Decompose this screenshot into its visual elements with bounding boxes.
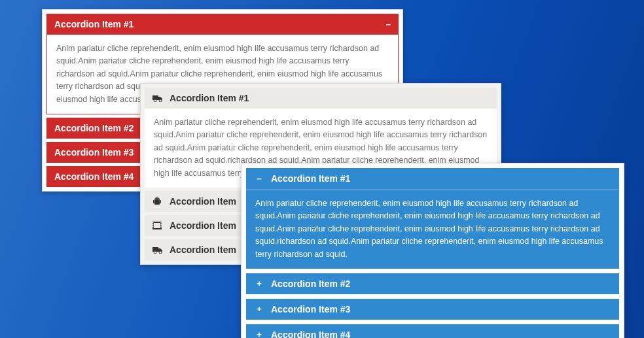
accordion-header-1[interactable]: Accordion Item #1 [145, 88, 497, 109]
svg-point-17 [159, 251, 162, 254]
minus-icon: − [385, 20, 391, 29]
svg-rect-14 [161, 226, 162, 228]
svg-rect-4 [160, 200, 162, 203]
accordion-title: Accordion Item #2 [271, 279, 611, 289]
svg-rect-8 [154, 223, 160, 228]
svg-rect-10 [152, 224, 154, 226]
svg-point-1 [154, 99, 156, 102]
truck-icon [152, 94, 163, 102]
accordion-title: Accordion Item #3 [271, 304, 611, 314]
plus-icon: + [254, 279, 264, 288]
minus-icon: − [254, 174, 264, 184]
plus-icon: + [254, 330, 264, 338]
svg-point-16 [154, 251, 156, 254]
accordion-body: Anim pariatur cliche reprehenderit, enim… [246, 189, 619, 269]
svg-point-2 [159, 99, 162, 102]
accordion-header-1[interactable]: − Accordion Item #1 [246, 168, 619, 189]
accordion-title: Accordion Item #4 [271, 330, 611, 338]
accordion-title: Accordion Item #1 [54, 19, 380, 29]
truck-icon [152, 246, 163, 254]
accordion-title: Accordion Item #1 [170, 93, 489, 103]
accordion-item: − Accordion Item #1 Anim pariatur cliche… [245, 167, 620, 269]
film-icon [152, 222, 163, 229]
accordion-title: Accordion Item #1 [271, 173, 611, 184]
svg-rect-11 [152, 226, 154, 228]
accordion-header-1[interactable]: Accordion Item #1 − [46, 14, 399, 35]
svg-rect-13 [161, 224, 162, 226]
accordion-header-4[interactable]: + Accordion Item #4 [246, 324, 619, 338]
accordion-panel-blue: − Accordion Item #1 Anim pariatur cliche… [241, 163, 624, 338]
svg-rect-9 [152, 222, 154, 224]
svg-point-5 [155, 199, 156, 199]
accordion-header-3[interactable]: + Accordion Item #3 [246, 299, 619, 320]
svg-point-6 [158, 199, 158, 199]
svg-rect-3 [153, 200, 154, 203]
plus-icon: + [254, 304, 264, 314]
accordion-header-2[interactable]: + Accordion Item #2 [246, 273, 619, 294]
android-icon [152, 197, 163, 206]
svg-rect-12 [161, 222, 162, 224]
